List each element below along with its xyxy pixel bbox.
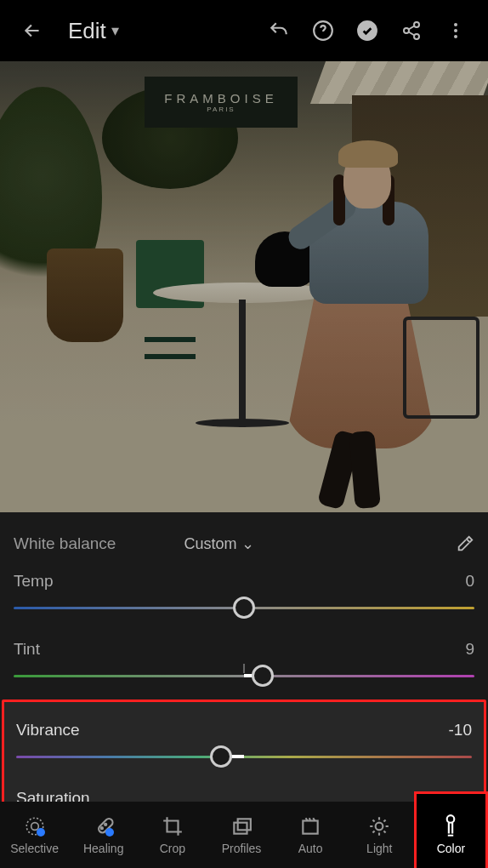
- tool-label: Profiles: [222, 842, 262, 855]
- tool-label: Crop: [160, 842, 185, 855]
- undo-button[interactable]: [260, 12, 298, 49]
- svg-rect-13: [234, 823, 247, 834]
- chevron-down-icon: ⌄: [241, 534, 254, 553]
- svg-point-4: [414, 34, 419, 39]
- white-balance-mode-value: Custom: [184, 535, 236, 553]
- tint-slider[interactable]: [14, 667, 474, 684]
- svg-rect-14: [238, 819, 251, 830]
- tint-slider-row: Tint 9: [14, 631, 474, 700]
- more-vertical-icon: [445, 20, 466, 41]
- svg-point-16: [376, 823, 383, 831]
- more-button[interactable]: [437, 12, 474, 49]
- arrow-left-icon: [21, 20, 43, 42]
- tool-color[interactable]: Color: [414, 791, 488, 868]
- svg-point-17: [447, 815, 455, 823]
- tool-light[interactable]: Light: [345, 802, 414, 868]
- temp-value: 0: [465, 572, 474, 591]
- vibrance-value: -10: [449, 721, 472, 740]
- white-balance-label: White balance: [14, 534, 116, 553]
- vibrance-slider[interactable]: [16, 748, 472, 765]
- back-button[interactable]: [14, 12, 51, 49]
- share-icon: [401, 20, 422, 41]
- tool-healing[interactable]: Healing: [69, 802, 138, 868]
- tool-label: Color: [437, 842, 465, 855]
- tool-label: Auto: [298, 842, 323, 855]
- accept-button[interactable]: [349, 12, 386, 49]
- tint-value: 9: [465, 640, 474, 659]
- vibrance-label: Vibrance: [16, 721, 80, 740]
- check-circle-icon: [356, 20, 378, 42]
- tool-crop[interactable]: Crop: [138, 802, 207, 868]
- profiles-icon: [230, 815, 253, 837]
- temp-slider[interactable]: [14, 599, 474, 616]
- svg-point-6: [454, 29, 457, 32]
- temp-label: Temp: [14, 572, 53, 591]
- tool-label: Selective: [10, 842, 59, 855]
- eyedropper-button[interactable]: [456, 534, 474, 553]
- share-button[interactable]: [393, 12, 430, 49]
- temp-slider-row: Temp 0: [14, 563, 474, 631]
- help-button[interactable]: [304, 12, 342, 49]
- svg-point-12: [105, 824, 106, 825]
- svg-point-5: [454, 23, 457, 26]
- edit-mode-dropdown[interactable]: Edit ▾: [68, 18, 119, 44]
- top-toolbar: Edit ▾: [0, 0, 488, 61]
- tool-profiles[interactable]: Profiles: [207, 802, 275, 868]
- tool-selective[interactable]: Selective: [0, 802, 69, 868]
- tint-label: Tint: [14, 640, 40, 659]
- tool-label: Light: [366, 842, 392, 855]
- auto-icon: [299, 815, 321, 837]
- light-icon: [368, 815, 390, 837]
- tool-label: Healing: [83, 842, 123, 855]
- white-balance-row: White balance Custom ⌄: [14, 524, 474, 563]
- svg-point-2: [414, 22, 419, 27]
- color-icon: [440, 814, 462, 839]
- svg-point-11: [100, 827, 102, 829]
- white-balance-mode-dropdown[interactable]: Custom ⌄: [184, 534, 254, 553]
- image-preview[interactable]: FRAMBOISE PARIS: [0, 61, 488, 512]
- bottom-toolbar: Selective Healing Crop Profiles Auto Lig…: [0, 802, 488, 868]
- svg-point-7: [454, 35, 457, 38]
- svg-point-3: [404, 28, 409, 33]
- undo-icon: [268, 20, 290, 42]
- help-icon: [312, 20, 334, 42]
- chevron-down-icon: ▾: [111, 21, 119, 40]
- vibrance-slider-row: Vibrance -10: [16, 712, 472, 780]
- svg-rect-15: [303, 821, 317, 834]
- eyedropper-icon: [456, 534, 474, 553]
- crop-icon: [162, 815, 184, 837]
- tool-auto[interactable]: Auto: [276, 802, 345, 868]
- page-title: Edit: [68, 18, 106, 44]
